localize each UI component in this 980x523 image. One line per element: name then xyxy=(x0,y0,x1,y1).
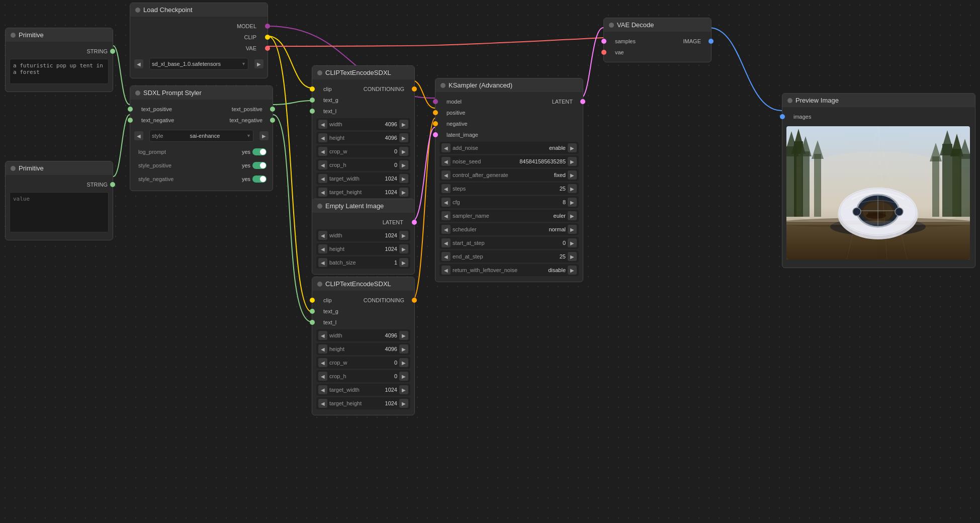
clip2-target-height-next[interactable]: ▶ xyxy=(399,399,408,408)
ckpt-prev-btn[interactable]: ◀ xyxy=(134,59,143,68)
sdxl-text-positive-output-dot[interactable] xyxy=(270,107,275,112)
clip2-conditioning-dot[interactable] xyxy=(412,298,417,303)
clip-output-dot[interactable] xyxy=(265,35,270,40)
vae-image-output-dot[interactable] xyxy=(708,39,714,44)
clip2-width-next[interactable]: ▶ xyxy=(399,331,408,340)
log-prompt-toggle[interactable] xyxy=(252,148,266,155)
clip2-width-prev[interactable]: ◀ xyxy=(318,331,327,340)
clip2-height-next[interactable]: ▶ xyxy=(399,344,408,354)
preview-images-dot[interactable] xyxy=(780,114,785,119)
ksampler-start-step-prev[interactable]: ◀ xyxy=(441,238,451,247)
model-output-dot[interactable] xyxy=(265,24,270,29)
ksampler-noise-seed-next[interactable]: ▶ xyxy=(568,157,577,166)
ksampler-start-step-next[interactable]: ▶ xyxy=(568,238,577,247)
style-prev-btn[interactable]: ◀ xyxy=(134,131,143,140)
ksampler-cfg-prev[interactable]: ◀ xyxy=(441,198,451,207)
clip2-crop-w-next[interactable]: ▶ xyxy=(399,358,408,367)
ksampler-scheduler-prev[interactable]: ◀ xyxy=(441,225,451,234)
ksampler-add-noise-prev[interactable]: ◀ xyxy=(441,143,451,152)
ksampler-sampler-name-next[interactable]: ▶ xyxy=(568,211,577,220)
ksampler-sampler-name-prev[interactable]: ◀ xyxy=(441,211,451,220)
ksampler-latent-output-dot[interactable] xyxy=(580,99,585,104)
clip1-width-prev[interactable]: ◀ xyxy=(318,120,327,129)
ckpt-dropdown[interactable]: sd_xl_base_1.0.safetensors ▼ xyxy=(149,58,248,70)
clip1-crop-h-prev[interactable]: ◀ xyxy=(318,160,327,169)
clip2-height-row: ◀ height 4096 ▶ xyxy=(316,343,410,355)
clip2-crop-w-value: 0 xyxy=(392,360,399,366)
style-positive-toggle[interactable] xyxy=(252,162,266,169)
clip1-conditioning-output-label: CONDITIONING xyxy=(359,86,409,92)
latent-batch-next[interactable]: ▶ xyxy=(399,258,408,267)
sdxl-text-positive-input-dot[interactable] xyxy=(128,107,133,112)
sdxl-text-negative-input-dot[interactable] xyxy=(128,118,133,123)
model-output-port: MODEL xyxy=(130,21,268,32)
ksampler-positive-dot[interactable] xyxy=(433,110,438,115)
ksampler-title: KSampler (Advanced) xyxy=(449,81,512,89)
clip2-height-prev[interactable]: ◀ xyxy=(318,344,327,354)
clip2-target-width-prev[interactable]: ◀ xyxy=(318,385,327,394)
clip2-crop-h-prev[interactable]: ◀ xyxy=(318,372,327,381)
style-negative-toggle[interactable] xyxy=(252,176,266,183)
clip1-target-height-next[interactable]: ▶ xyxy=(399,188,408,197)
clip1-crop-w-prev[interactable]: ◀ xyxy=(318,147,327,156)
clip1-conditioning-dot[interactable] xyxy=(412,86,417,92)
latent-output-dot[interactable] xyxy=(412,220,417,225)
ksampler-model-dot[interactable] xyxy=(433,99,438,104)
clip2-clip-dot[interactable] xyxy=(310,298,315,303)
latent-width-prev[interactable]: ◀ xyxy=(318,231,327,240)
clip2-crop-h-next[interactable]: ▶ xyxy=(399,372,408,381)
clip1-height-prev[interactable]: ◀ xyxy=(318,133,327,142)
primitive-node-2-text[interactable] xyxy=(10,192,109,232)
ksampler-end-step-next[interactable]: ▶ xyxy=(568,252,577,261)
ksampler-end-step-prev[interactable]: ◀ xyxy=(441,252,451,261)
ksampler-noise-seed-prev[interactable]: ◀ xyxy=(441,157,451,166)
ksampler-add-noise-row: ◀ add_noise enable ▶ xyxy=(439,142,579,154)
ksampler-cfg-next[interactable]: ▶ xyxy=(568,198,577,207)
clip1-clip-dot[interactable] xyxy=(310,86,315,92)
primitive-node-1-text[interactable]: a futuristic pop up tent in a forest xyxy=(10,59,109,84)
clip2-crop-w-prev[interactable]: ◀ xyxy=(318,358,327,367)
primitive-node-1-string-dot[interactable] xyxy=(110,49,115,54)
primitive-node-2-string-dot[interactable] xyxy=(110,182,115,187)
clip1-target-width-next[interactable]: ▶ xyxy=(399,174,408,183)
ksampler-return-noise-next[interactable]: ▶ xyxy=(568,266,577,275)
ksampler-return-noise-prev[interactable]: ◀ xyxy=(441,266,451,275)
style-dropdown[interactable]: style sai-enhance ▼ xyxy=(149,130,253,142)
clip2-text-g-dot[interactable] xyxy=(310,309,315,314)
clip1-target-width-prev[interactable]: ◀ xyxy=(318,174,327,183)
sdxl-text-negative-output-dot[interactable] xyxy=(270,118,275,123)
primitive-node-1-string-port: STRING xyxy=(6,46,113,57)
sdxl-text-positive-output-label: text_positive xyxy=(227,106,268,112)
log-prompt-label: log_prompt xyxy=(136,149,242,155)
clip2-target-height-prev[interactable]: ◀ xyxy=(318,399,327,408)
clip1-text-l-port: text_l xyxy=(312,106,414,117)
vae-output-dot[interactable] xyxy=(265,46,270,51)
latent-batch-prev[interactable]: ◀ xyxy=(318,258,327,267)
ksampler-steps-prev[interactable]: ◀ xyxy=(441,184,451,193)
clip1-text-l-dot[interactable] xyxy=(310,109,315,114)
latent-width-next[interactable]: ▶ xyxy=(399,231,408,240)
ksampler-negative-dot[interactable] xyxy=(433,121,438,126)
latent-height-next[interactable]: ▶ xyxy=(399,244,408,253)
clip2-target-width-next[interactable]: ▶ xyxy=(399,385,408,394)
clip1-crop-h-next[interactable]: ▶ xyxy=(399,160,408,169)
node-canvas[interactable]: Primitive STRING a futuristic pop up ten… xyxy=(0,0,980,523)
style-next-btn[interactable]: ▶ xyxy=(259,131,269,140)
clip1-width-next[interactable]: ▶ xyxy=(399,120,408,129)
ksampler-latent-input-dot[interactable] xyxy=(433,132,438,137)
vae-samples-dot[interactable] xyxy=(601,39,606,44)
ksampler-control-after-prev[interactable]: ◀ xyxy=(441,170,451,180)
ksampler-scheduler-next[interactable]: ▶ xyxy=(568,225,577,234)
vae-vae-dot[interactable] xyxy=(601,50,606,55)
clip1-text-g-dot[interactable] xyxy=(310,98,315,103)
clip2-text-l-dot[interactable] xyxy=(310,320,315,325)
clip1-crop-w-next[interactable]: ▶ xyxy=(399,147,408,156)
clip1-target-height-prev[interactable]: ◀ xyxy=(318,188,327,197)
ksampler-add-noise-next[interactable]: ▶ xyxy=(568,143,577,152)
clip1-height-next[interactable]: ▶ xyxy=(399,133,408,142)
ckpt-next-btn[interactable]: ▶ xyxy=(254,59,263,68)
ksampler-steps-next[interactable]: ▶ xyxy=(568,184,577,193)
latent-height-prev[interactable]: ◀ xyxy=(318,244,327,253)
ksampler-control-after-next[interactable]: ▶ xyxy=(568,170,577,180)
ksampler-model-label: model xyxy=(441,99,467,105)
